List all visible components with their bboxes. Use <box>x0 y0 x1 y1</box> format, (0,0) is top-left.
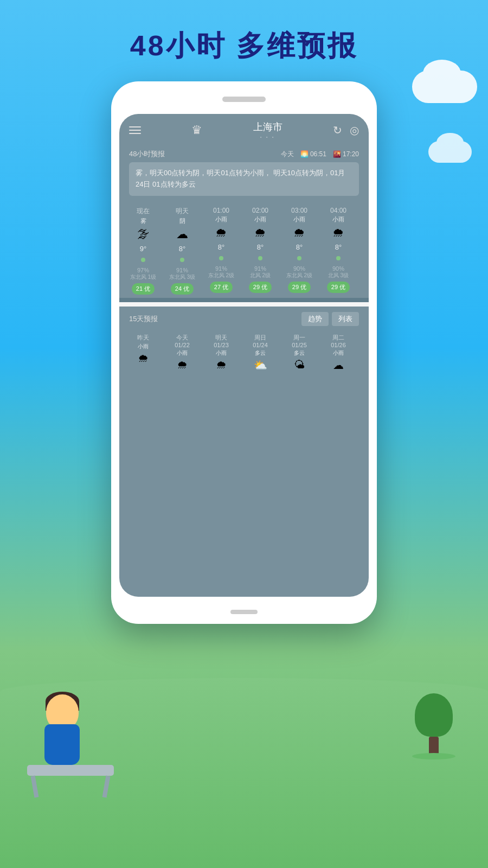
sunset-info: 🌇 17:20 <box>333 150 359 158</box>
hour-icon: 🌧 <box>215 226 227 240</box>
aqi-badge: 24 优 <box>171 283 194 295</box>
section-48h: 48小时预报 今天 🌅 06:51 🌇 17:20 雾，明天00 <box>119 144 369 203</box>
section-48h-header: 48小时预报 今天 🌅 06:51 🌇 17:20 <box>129 149 359 159</box>
day-icon: 🌧 <box>177 359 188 371</box>
tree-crown <box>415 693 453 737</box>
today-text: 今天 <box>281 150 294 159</box>
hour-temp: 9° <box>140 245 146 253</box>
day-label: 周一 <box>293 334 305 342</box>
day-col-2: 明天 01/23 小雨 🌧 <box>202 331 241 374</box>
hour-humidity: 90% <box>332 265 344 272</box>
daily-scroll[interactable]: 昨天 小雨 🌧 今天 01/22 小雨 🌧 明天 01/23 小雨 🌧 周日 0… <box>119 331 369 374</box>
section-15d-header: 15天预报 趋势 列表 <box>119 307 369 331</box>
day-date: 01/23 <box>214 342 229 348</box>
forecast-desc-text: 雾，明天00点转为阴，明天01点转为小雨， 明天10点转为阴，01月24日 01… <box>136 169 345 188</box>
hour-temp: 8° <box>296 243 303 251</box>
hour-label: 02:00 <box>252 207 268 214</box>
hour-icon: 🌧 <box>293 226 305 240</box>
menu-line-1 <box>129 126 141 127</box>
hour-weather: 小雨 <box>254 215 266 224</box>
aqi-badge: 21 优 <box>132 283 155 295</box>
crown-icon[interactable]: ♛ <box>191 123 202 137</box>
char-desk <box>27 765 114 776</box>
hour-label: 04:00 <box>330 207 346 214</box>
day-col-1: 今天 01/22 小雨 🌧 <box>163 331 202 374</box>
bg-cloud-2 <box>428 141 472 163</box>
character-decoration <box>16 624 136 776</box>
hour-col-2: 01:00 小雨 🌧 8° 91% 东北风 2级 27 优 <box>202 203 241 298</box>
hour-col-4: 03:00 小雨 🌧 8° 90% 东北风 2级 29 优 <box>280 203 319 298</box>
day-weather: 小雨 <box>138 343 149 350</box>
sunrise-info: 🌅 06:51 <box>300 150 326 158</box>
daily-row: 昨天 小雨 🌧 今天 01/22 小雨 🌧 明天 01/23 小雨 🌧 周日 0… <box>124 331 364 374</box>
hour-humidity: 90% <box>293 265 305 272</box>
day-weather: 小雨 <box>333 349 344 357</box>
temp-line <box>282 253 317 263</box>
day-icon: ⛅ <box>254 359 267 372</box>
temp-dot <box>297 256 301 260</box>
hour-col-5: 04:00 小雨 🌧 8° 90% 北风 3级 29 优 <box>319 203 358 298</box>
menu-line-3 <box>129 133 141 134</box>
day-label: 周二 <box>332 334 344 342</box>
day-col-5: 周二 01/26 小雨 ☁ <box>319 331 358 374</box>
day-col-4: 周一 01/25 多云 🌤 <box>280 331 319 374</box>
hour-temp: 8° <box>335 243 342 251</box>
menu-button[interactable] <box>129 126 141 134</box>
sunset-time: 17:20 <box>343 150 359 158</box>
hour-wind: 北风 2级 <box>250 272 271 279</box>
hour-wind: 东北风 3级 <box>169 273 195 281</box>
hour-label: 03:00 <box>291 207 307 214</box>
day-weather: 多云 <box>294 349 305 357</box>
section-48h-label: 48小时预报 <box>129 149 165 159</box>
hour-col-3: 02:00 小雨 🌧 8° 91% 北风 2级 29 优 <box>241 203 280 298</box>
hour-wind: 北风 3级 <box>328 272 349 279</box>
temp-dot <box>336 256 341 260</box>
city-name: 上海市 <box>253 120 282 133</box>
hour-icon: 🌧 <box>254 226 266 240</box>
view-buttons: 趋势 列表 <box>301 312 359 326</box>
phone-speaker <box>222 97 266 102</box>
header-actions: ↻ ◎ <box>333 124 359 137</box>
temp-line <box>204 253 239 263</box>
hour-wind: 东北风 2级 <box>286 272 312 279</box>
city-dots: • • • <box>253 135 282 139</box>
tree-decoration <box>412 693 455 760</box>
location-icon[interactable]: ◎ <box>350 124 359 137</box>
temp-dot <box>141 258 145 262</box>
hourly-row: 现在 雾 🌫 9° 97% 东北风 1级 21 优 明天 阴 ☁ 8° 91% … <box>119 203 369 298</box>
section-15d: 15天预报 趋势 列表 昨天 小雨 🌧 今天 01/22 小雨 🌧 明天 01/… <box>119 307 369 597</box>
day-icon: 🌤 <box>294 359 305 371</box>
menu-line-2 <box>129 130 141 131</box>
day-date: 01/22 <box>175 342 190 348</box>
tree-grass <box>412 753 455 760</box>
sunset-icon: 🌇 <box>333 150 341 158</box>
trend-button[interactable]: 趋势 <box>301 312 329 326</box>
hour-icon: ☁ <box>176 227 188 241</box>
day-label: 今天 <box>176 334 188 342</box>
day-date: 01/25 <box>292 342 307 348</box>
hour-label: 现在 <box>137 207 150 216</box>
hour-weather: 阴 <box>179 217 185 225</box>
temp-dot <box>180 258 184 262</box>
temp-line <box>126 255 160 265</box>
hour-temp: 8° <box>218 243 224 251</box>
city-selector[interactable]: 上海市 • • • <box>253 120 282 139</box>
hourly-scroll[interactable]: 现在 雾 🌫 9° 97% 东北风 1级 21 优 明天 阴 ☁ 8° 91% … <box>119 203 369 298</box>
list-button[interactable]: 列表 <box>332 312 359 326</box>
day-icon: ☁ <box>333 359 344 372</box>
refresh-icon[interactable]: ↻ <box>333 124 342 137</box>
aqi-badge: 29 优 <box>327 282 350 293</box>
section-15d-label: 15天预报 <box>129 314 158 324</box>
hour-temp: 8° <box>179 245 185 253</box>
hour-humidity: 91% <box>215 265 227 272</box>
hour-weather: 小雨 <box>332 215 344 224</box>
char-torso <box>44 724 80 765</box>
temp-line <box>243 253 278 263</box>
section-divider <box>119 298 369 302</box>
day-weather: 多云 <box>255 349 266 357</box>
aqi-badge: 27 优 <box>210 282 233 293</box>
temp-dot <box>219 256 223 260</box>
today-label: 今天 <box>281 150 294 159</box>
hour-weather: 小雨 <box>215 215 227 224</box>
hour-weather: 小雨 <box>293 215 305 224</box>
